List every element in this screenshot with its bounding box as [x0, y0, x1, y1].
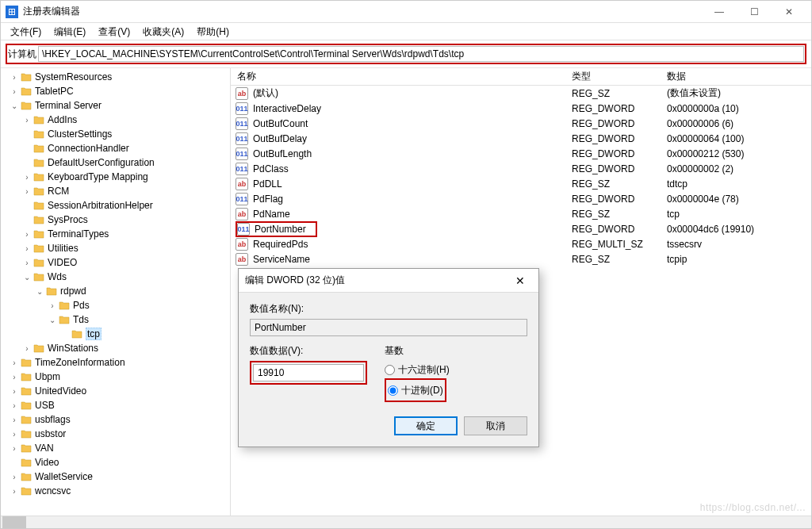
menu-view[interactable]: 查看(V)	[92, 23, 136, 40]
value-row[interactable]: ab(默认)REG_SZ(数值未设置)	[231, 86, 811, 101]
tree-node[interactable]: ›Utilities	[2, 241, 230, 255]
folder-icon	[20, 443, 33, 454]
chevron-right-icon[interactable]: ›	[21, 173, 33, 182]
tree-node[interactable]: tcp	[2, 327, 230, 341]
tree-node[interactable]: ›USB	[2, 398, 230, 412]
column-name[interactable]: 名称	[231, 70, 572, 83]
value-row[interactable]: 011OutBufLengthREG_DWORD0x00000212 (530)	[231, 146, 811, 161]
value-row[interactable]: 011OutBufDelayREG_DWORD0x00000064 (100)	[231, 131, 811, 146]
chevron-right-icon[interactable]: ›	[47, 301, 58, 310]
value-row[interactable]: 011InteractiveDelayREG_DWORD0x0000000a (…	[231, 101, 811, 116]
value-row[interactable]: 011OutBufCountREG_DWORD0x00000006 (6)	[231, 116, 811, 131]
chevron-right-icon[interactable]: ›	[21, 187, 33, 196]
value-row[interactable]: 011PdClassREG_DWORD0x00000002 (2)	[231, 161, 811, 176]
chevron-right-icon[interactable]: ›	[9, 473, 20, 481]
chevron-right-icon[interactable]: ›	[9, 401, 20, 410]
value-type: REG_SZ	[572, 254, 667, 265]
ok-button[interactable]: 确定	[394, 416, 458, 435]
value-data: (数值未设置)	[667, 86, 811, 100]
tree-node[interactable]: ›Ubpm	[2, 370, 230, 384]
chevron-right-icon[interactable]: ›	[9, 444, 20, 453]
tree-node[interactable]: Video	[2, 455, 230, 470]
chevron-right-icon[interactable]: ›	[21, 230, 33, 239]
chevron-right-icon[interactable]: ›	[9, 373, 20, 381]
tree-node[interactable]: ›RCM	[2, 184, 230, 198]
registry-tree[interactable]: ›SystemResources›TabletPC⌄Terminal Serve…	[1, 68, 231, 516]
tree-node[interactable]: ›usbflags	[2, 412, 230, 427]
menu-edit[interactable]: 编辑(E)	[48, 23, 92, 40]
column-data[interactable]: 数据	[667, 70, 811, 83]
tree-label: VAN	[35, 443, 54, 454]
chevron-right-icon[interactable]: ›	[9, 73, 20, 82]
tree-node[interactable]: ›usbstor	[2, 427, 230, 441]
column-type[interactable]: 类型	[572, 70, 667, 83]
horizontal-scrollbar[interactable]	[1, 516, 811, 528]
menu-file[interactable]: 文件(F)	[4, 23, 48, 40]
tree-node[interactable]: ›SystemResources	[2, 70, 230, 84]
chevron-right-icon[interactable]: ›	[9, 87, 20, 96]
chevron-right-icon[interactable]: ›	[9, 358, 20, 367]
maximize-button[interactable]: ☐	[737, 1, 772, 23]
tree-node[interactable]: ›AddIns	[2, 113, 230, 127]
tree-node[interactable]: ⌄rdpwd	[2, 284, 230, 298]
value-row[interactable]: abPdDLLREG_SZtdtcp	[231, 176, 811, 191]
value-data-input[interactable]	[253, 364, 364, 381]
value-row[interactable]: 011PortNumberREG_DWORD0x00004dc6 (19910)	[231, 221, 811, 236]
chevron-right-icon[interactable]: ›	[9, 387, 20, 396]
tree-node[interactable]: ›WalletService	[2, 470, 230, 484]
tree-node[interactable]: ›TerminalTypes	[2, 227, 230, 241]
radio-dec-input[interactable]	[388, 385, 398, 396]
value-row[interactable]: abPdNameREG_SZtcp	[231, 206, 811, 221]
chevron-right-icon[interactable]: ›	[21, 344, 33, 353]
tree-node[interactable]: SessionArbitrationHelper	[2, 198, 230, 213]
tree-label: Pds	[73, 300, 90, 311]
dialog-title: 编辑 DWORD (32 位)值	[245, 274, 508, 287]
tree-node[interactable]: ›UnitedVideo	[2, 384, 230, 398]
radio-dec[interactable]: 十进制(D)	[388, 381, 443, 399]
chevron-down-icon[interactable]: ⌄	[21, 273, 33, 282]
value-name-input[interactable]	[250, 319, 527, 336]
value-name: OutBufLength	[253, 148, 312, 159]
chevron-down-icon[interactable]: ⌄	[34, 287, 45, 296]
value-row[interactable]: 011PdFlagREG_DWORD0x0000004e (78)	[231, 191, 811, 206]
menu-help[interactable]: 帮助(H)	[190, 23, 236, 40]
tree-node[interactable]: ConnectionHandler	[2, 141, 230, 155]
tree-node[interactable]: ›Pds	[2, 298, 230, 312]
tree-node[interactable]: ⌄Wds	[2, 270, 230, 284]
tree-node[interactable]: ›VIDEO	[2, 255, 230, 270]
chevron-right-icon[interactable]: ›	[21, 116, 33, 125]
addressbar-highlight: 计算机	[6, 44, 806, 64]
tree-label: Utilities	[48, 243, 79, 254]
minimize-button[interactable]: —	[702, 1, 737, 23]
chevron-right-icon[interactable]: ›	[9, 487, 20, 496]
tree-node[interactable]: ›TabletPC	[2, 84, 230, 98]
tree-node[interactable]: ›VAN	[2, 441, 230, 455]
radio-hex-input[interactable]	[385, 365, 395, 375]
tree-node[interactable]: ›WinStations	[2, 341, 230, 355]
tree-node[interactable]: ›wcncsvc	[2, 484, 230, 498]
chevron-right-icon[interactable]: ›	[9, 416, 20, 424]
chevron-right-icon[interactable]: ›	[9, 430, 20, 439]
chevron-right-icon[interactable]: ›	[21, 244, 33, 253]
chevron-down-icon[interactable]: ⌄	[9, 102, 20, 110]
tree-node[interactable]: SysProcs	[2, 213, 230, 227]
folder-icon	[20, 86, 33, 97]
chevron-right-icon[interactable]: ›	[21, 259, 33, 267]
tree-node[interactable]: ›KeyboardType Mapping	[2, 170, 230, 184]
value-row[interactable]: abRequiredPdsREG_MULTI_SZtssecsrv	[231, 236, 811, 251]
cancel-button[interactable]: 取消	[464, 416, 527, 435]
menu-favorites[interactable]: 收藏夹(A)	[136, 23, 190, 40]
folder-icon	[20, 100, 33, 111]
tree-node[interactable]: ›TimeZoneInformation	[2, 355, 230, 370]
radio-hex[interactable]: 十六进制(H)	[385, 361, 527, 378]
dialog-close-button[interactable]: ✕	[508, 274, 532, 287]
tree-node[interactable]: ClusterSettings	[2, 127, 230, 141]
addressbar-input[interactable]	[38, 46, 804, 62]
value-row[interactable]: abServiceNameREG_SZtcpip	[231, 251, 811, 266]
tree-node[interactable]: ⌄Tds	[2, 312, 230, 327]
chevron-down-icon[interactable]: ⌄	[47, 316, 58, 324]
tree-node[interactable]: ⌄Terminal Server	[2, 98, 230, 113]
close-button[interactable]: ✕	[772, 1, 806, 23]
tree-node[interactable]: DefaultUserConfiguration	[2, 155, 230, 170]
tree-label: KeyboardType Mapping	[48, 171, 148, 182]
